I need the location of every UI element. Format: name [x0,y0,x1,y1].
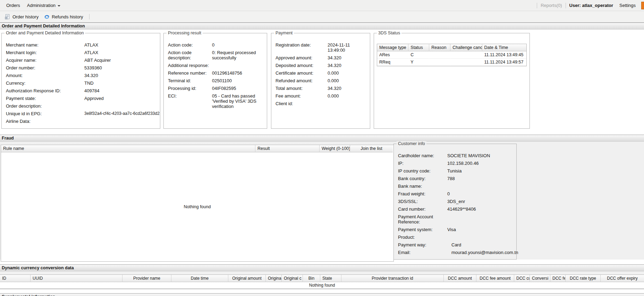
column-header: Original c [282,275,303,282]
field-label: Card number: [398,206,447,212]
column-header: DCC offer expiry [601,275,644,282]
logout-button[interactable] [641,2,644,9]
reports-link[interactable]: Reports(0) [541,3,562,8]
menu-item-orders[interactable]: Orders [3,3,24,8]
column-header: DCC rate type [566,275,601,282]
field-value [447,214,514,225]
field-bank-name: Bank name: [398,184,514,189]
field-label: Payment Account Reference: [398,214,447,225]
field-value [328,101,368,106]
tds-status-fieldset: 3DS Status Message type Status Reason Ch… [374,33,530,129]
field-label: Email: [398,250,447,255]
field-value [212,63,265,68]
spacer [0,129,644,135]
table-row: ARes C 11.11.2024 13:49:45 [377,51,526,59]
table-cell: C [408,51,429,59]
field-fee-amount: Fee amount:0.000 [276,93,368,99]
column-header: Bin [303,275,320,282]
field-label: Action code description: [168,50,212,60]
field-value: Card [447,242,514,247]
processing-result-fieldset: Processing result Action code:0 Action c… [163,33,267,129]
field-reference-number: Reference number:001296148756 [168,70,265,76]
field-certificate-amount: Certificate amount:0.000 [276,70,368,76]
field-bank-country: Bank country:788 [398,176,514,181]
column-header: Weight (0-100) [320,145,350,152]
column-header: Join the list [350,145,393,152]
field-value: 34.320 [328,55,368,60]
field-approved-amount: Approved amount:34.320 [276,55,368,60]
order-info-fieldset: Order and Payment Detailed Information M… [1,33,160,129]
field-label: Order description: [6,103,84,109]
field-order-description: Order description: [6,103,158,109]
column-header: Message type [377,44,408,51]
fraud-table-body: Nothing found [1,152,393,261]
table-header-row: Message type Status Reason Challenge can… [377,44,526,51]
empty-state-text: Nothing found [184,204,211,209]
field-value: 0 [447,191,514,196]
table-cell [450,59,482,66]
field-order-number: Order number:5339360 [6,65,158,70]
dcc-empty-row: Nothing found [0,282,644,289]
field-label: 3DS/SSL: [398,199,447,204]
payment-legend: Payment [274,31,294,35]
field-value: Tunisia [447,168,514,174]
field-label: Processing id: [168,86,212,91]
table-cell: Y [408,59,429,66]
field-additional-response: Additional response: [168,63,265,68]
tds-status-legend: 3DS Status [377,31,401,35]
field-value: 34.320 [84,73,158,78]
menu-item-administration[interactable]: Administration [24,3,64,8]
field-label: Authorization Response ID: [6,88,84,93]
field-label: Payment system: [398,227,447,232]
field-value [84,119,158,124]
field-label: Terminal id: [168,78,212,83]
field-value: 02501100 [212,78,265,83]
order-history-button[interactable]: Order history [2,13,41,20]
field-acquirer-name: Acquirer name:ABT Acquirer [6,58,158,63]
customer-info-fieldset: Customer info Cardholder name:SOCIETE MA… [393,144,517,260]
table-cell: RReq [377,59,408,66]
field-value: 409784 [84,88,158,93]
column-header: ID [0,275,31,282]
field-amount: Amount:34.320 [6,73,158,78]
separator [566,3,566,8]
field-unique-id-epg: Unique id in EPG:3e8f32a4-cf4c-4203-aa7c… [6,111,158,116]
field-value: 0.000 [328,70,368,76]
field-label: Order number: [6,65,84,70]
order-history-icon [5,14,10,19]
settings-link[interactable]: Settings [619,3,636,8]
section-header-supplemental: Supplemental information [0,293,644,296]
section-title: Supplemental information [2,294,55,296]
section-header-dcc: Dynamic currency conversion data [0,264,644,271]
field-value: 414629**8406 [447,206,514,212]
column-header: UUID [31,275,122,282]
field-merchant-name: Merchant name:ATLAX [6,42,158,48]
field-label: Bank name: [398,184,447,189]
table-row: RReq Y 11.11.2024 13:49:57 [377,59,526,66]
table-cell: 11.11.2024 13:49:57 [482,59,526,66]
field-label: Cardholder name: [398,153,447,158]
field-product: Product: [398,235,514,240]
field-label: Additional response: [168,63,212,68]
column-header: Date & Time [482,44,526,51]
refunds-history-button[interactable]: Refunds history [41,13,86,20]
field-label: Approved amount: [276,55,328,60]
order-history-label: Order history [12,14,39,19]
field-label: Acquirer name: [6,58,84,63]
dcc-section: ID UUID Provider name Date time Original… [0,271,644,290]
column-header: Reason [429,44,450,51]
fraud-section: Rule name Result Weight (0-100) Join the… [0,142,644,260]
toolbar-separator [89,14,90,19]
menu-item-label: Orders [6,3,20,8]
field-merchant-login: Merchant login:ATLAX [6,50,158,55]
field-authorization-response-id: Authorization Response ID:409784 [6,88,158,93]
field-value: 102.158.200.46 [447,161,514,166]
refunds-history-label: Refunds history [52,14,83,19]
empty-state-text: Nothing found [309,283,335,288]
field-label: Action code: [168,42,212,48]
field-label: Product: [398,235,447,240]
dcc-table: ID UUID Provider name Date time Original… [0,274,644,289]
field-refunded-amount: Refunded amount:0.000 [276,78,368,83]
field-eci: ECI:05 - Card has passed 'Verified by VI… [168,93,265,109]
field-label: Payment way: [398,242,447,247]
